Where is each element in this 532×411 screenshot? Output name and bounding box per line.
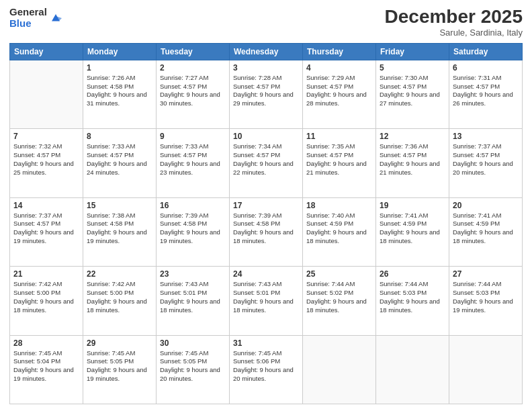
table-row: 18Sunrise: 7:40 AMSunset: 4:59 PMDayligh… bbox=[303, 197, 376, 266]
day-info: Sunrise: 7:41 AMSunset: 4:59 PMDaylight:… bbox=[453, 212, 519, 246]
table-row: 27Sunrise: 7:44 AMSunset: 5:03 PMDayligh… bbox=[449, 267, 523, 335]
logo-text: General Blue bbox=[9, 7, 47, 29]
day-info: Sunrise: 7:44 AMSunset: 5:03 PMDaylight:… bbox=[453, 280, 519, 314]
day-number: 21 bbox=[13, 269, 79, 279]
day-info: Sunrise: 7:41 AMSunset: 4:59 PMDaylight:… bbox=[380, 212, 445, 246]
day-info: Sunrise: 7:45 AMSunset: 5:06 PMDaylight:… bbox=[233, 349, 299, 383]
day-info: Sunrise: 7:35 AMSunset: 4:57 PMDaylight:… bbox=[306, 142, 372, 177]
day-number: 10 bbox=[233, 132, 299, 141]
col-tuesday: Tuesday bbox=[157, 43, 230, 60]
table-row: 17Sunrise: 7:39 AMSunset: 4:58 PMDayligh… bbox=[230, 197, 303, 266]
day-info: Sunrise: 7:28 AMSunset: 4:57 PMDaylight:… bbox=[233, 74, 299, 108]
calendar-week-row: 1Sunrise: 7:26 AMSunset: 4:58 PMDaylight… bbox=[10, 60, 523, 128]
table-row: 6Sunrise: 7:31 AMSunset: 4:57 PMDaylight… bbox=[449, 60, 523, 128]
day-info: Sunrise: 7:42 AMSunset: 5:00 PMDaylight:… bbox=[87, 280, 152, 314]
table-row bbox=[449, 335, 523, 404]
day-info: Sunrise: 7:36 AMSunset: 4:57 PMDaylight:… bbox=[380, 142, 445, 177]
header-row: Sunday Monday Tuesday Wednesday Thursday… bbox=[10, 43, 523, 60]
day-number: 29 bbox=[87, 338, 152, 348]
day-number: 26 bbox=[380, 269, 445, 279]
table-row: 20Sunrise: 7:41 AMSunset: 4:59 PMDayligh… bbox=[449, 197, 523, 266]
day-info: Sunrise: 7:37 AMSunset: 4:57 PMDaylight:… bbox=[13, 212, 79, 246]
day-number: 31 bbox=[233, 338, 299, 348]
day-number: 17 bbox=[233, 201, 299, 210]
day-info: Sunrise: 7:34 AMSunset: 4:57 PMDaylight:… bbox=[233, 142, 299, 177]
table-row: 19Sunrise: 7:41 AMSunset: 4:59 PMDayligh… bbox=[376, 197, 449, 266]
day-info: Sunrise: 7:39 AMSunset: 4:58 PMDaylight:… bbox=[233, 212, 299, 246]
col-sunday: Sunday bbox=[10, 43, 83, 60]
table-row: 2Sunrise: 7:27 AMSunset: 4:57 PMDaylight… bbox=[157, 60, 230, 128]
day-number: 18 bbox=[306, 201, 372, 210]
table-row: 10Sunrise: 7:34 AMSunset: 4:57 PMDayligh… bbox=[230, 129, 303, 197]
table-row: 21Sunrise: 7:42 AMSunset: 5:00 PMDayligh… bbox=[10, 267, 83, 335]
day-number: 14 bbox=[13, 201, 79, 210]
day-info: Sunrise: 7:44 AMSunset: 5:02 PMDaylight:… bbox=[306, 280, 372, 314]
table-row bbox=[303, 335, 376, 404]
table-row: 28Sunrise: 7:45 AMSunset: 5:04 PMDayligh… bbox=[10, 335, 83, 404]
day-number: 11 bbox=[306, 132, 372, 141]
calendar-week-row: 14Sunrise: 7:37 AMSunset: 4:57 PMDayligh… bbox=[10, 197, 523, 266]
table-row: 1Sunrise: 7:26 AMSunset: 4:58 PMDaylight… bbox=[83, 60, 157, 128]
day-info: Sunrise: 7:26 AMSunset: 4:58 PMDaylight:… bbox=[87, 74, 152, 108]
location: Sarule, Sardinia, Italy bbox=[385, 28, 523, 38]
logo-blue-text: Blue bbox=[9, 18, 47, 30]
day-number: 15 bbox=[87, 201, 152, 210]
table-row: 14Sunrise: 7:37 AMSunset: 4:57 PMDayligh… bbox=[10, 197, 83, 266]
day-info: Sunrise: 7:30 AMSunset: 4:57 PMDaylight:… bbox=[380, 74, 445, 108]
col-wednesday: Wednesday bbox=[230, 43, 303, 60]
day-number: 24 bbox=[233, 269, 299, 279]
day-info: Sunrise: 7:43 AMSunset: 5:01 PMDaylight:… bbox=[233, 280, 299, 314]
day-info: Sunrise: 7:37 AMSunset: 4:57 PMDaylight:… bbox=[453, 142, 519, 177]
table-row: 5Sunrise: 7:30 AMSunset: 4:57 PMDaylight… bbox=[376, 60, 449, 128]
day-number: 7 bbox=[13, 132, 79, 141]
table-row: 24Sunrise: 7:43 AMSunset: 5:01 PMDayligh… bbox=[230, 267, 303, 335]
table-row bbox=[10, 60, 83, 128]
calendar-table: Sunday Monday Tuesday Wednesday Thursday… bbox=[9, 43, 523, 404]
table-row: 22Sunrise: 7:42 AMSunset: 5:00 PMDayligh… bbox=[83, 267, 157, 335]
day-number: 19 bbox=[380, 201, 445, 210]
calendar-week-row: 7Sunrise: 7:32 AMSunset: 4:57 PMDaylight… bbox=[10, 129, 523, 197]
table-row: 8Sunrise: 7:33 AMSunset: 4:57 PMDaylight… bbox=[83, 129, 157, 197]
day-info: Sunrise: 7:33 AMSunset: 4:57 PMDaylight:… bbox=[160, 142, 226, 177]
day-number: 23 bbox=[160, 269, 226, 279]
day-number: 6 bbox=[453, 63, 519, 73]
table-row: 31Sunrise: 7:45 AMSunset: 5:06 PMDayligh… bbox=[230, 335, 303, 404]
month-title: December 2025 bbox=[385, 7, 523, 28]
day-number: 16 bbox=[160, 201, 226, 210]
logo: General Blue bbox=[9, 7, 62, 29]
day-number: 5 bbox=[380, 63, 445, 73]
day-number: 9 bbox=[160, 132, 226, 141]
table-row: 30Sunrise: 7:45 AMSunset: 5:05 PMDayligh… bbox=[157, 335, 230, 404]
page: General Blue December 2025 Sarule, Sardi… bbox=[0, 0, 532, 411]
day-info: Sunrise: 7:40 AMSunset: 4:59 PMDaylight:… bbox=[306, 212, 372, 246]
day-number: 3 bbox=[233, 63, 299, 73]
table-row: 11Sunrise: 7:35 AMSunset: 4:57 PMDayligh… bbox=[303, 129, 376, 197]
day-info: Sunrise: 7:42 AMSunset: 5:00 PMDaylight:… bbox=[13, 280, 79, 314]
table-row: 25Sunrise: 7:44 AMSunset: 5:02 PMDayligh… bbox=[303, 267, 376, 335]
day-info: Sunrise: 7:44 AMSunset: 5:03 PMDaylight:… bbox=[380, 280, 445, 314]
logo-icon bbox=[50, 12, 62, 24]
day-info: Sunrise: 7:39 AMSunset: 4:58 PMDaylight:… bbox=[160, 212, 226, 246]
day-number: 13 bbox=[453, 132, 519, 141]
col-friday: Friday bbox=[376, 43, 449, 60]
day-info: Sunrise: 7:33 AMSunset: 4:57 PMDaylight:… bbox=[87, 142, 152, 177]
logo-general-text: General bbox=[9, 7, 47, 18]
day-info: Sunrise: 7:45 AMSunset: 5:04 PMDaylight:… bbox=[13, 349, 79, 383]
table-row: 13Sunrise: 7:37 AMSunset: 4:57 PMDayligh… bbox=[449, 129, 523, 197]
day-info: Sunrise: 7:43 AMSunset: 5:01 PMDaylight:… bbox=[160, 280, 226, 314]
day-info: Sunrise: 7:45 AMSunset: 5:05 PMDaylight:… bbox=[160, 349, 226, 383]
col-saturday: Saturday bbox=[449, 43, 523, 60]
day-number: 8 bbox=[87, 132, 152, 141]
table-row: 26Sunrise: 7:44 AMSunset: 5:03 PMDayligh… bbox=[376, 267, 449, 335]
day-number: 4 bbox=[306, 63, 372, 73]
table-row: 4Sunrise: 7:29 AMSunset: 4:57 PMDaylight… bbox=[303, 60, 376, 128]
col-thursday: Thursday bbox=[303, 43, 376, 60]
table-row: 9Sunrise: 7:33 AMSunset: 4:57 PMDaylight… bbox=[157, 129, 230, 197]
table-row bbox=[376, 335, 449, 404]
day-number: 28 bbox=[13, 338, 79, 348]
day-number: 27 bbox=[453, 269, 519, 279]
day-number: 2 bbox=[160, 63, 226, 73]
table-row: 15Sunrise: 7:38 AMSunset: 4:58 PMDayligh… bbox=[83, 197, 157, 266]
day-info: Sunrise: 7:38 AMSunset: 4:58 PMDaylight:… bbox=[87, 212, 152, 246]
title-area: December 2025 Sarule, Sardinia, Italy bbox=[385, 7, 523, 38]
